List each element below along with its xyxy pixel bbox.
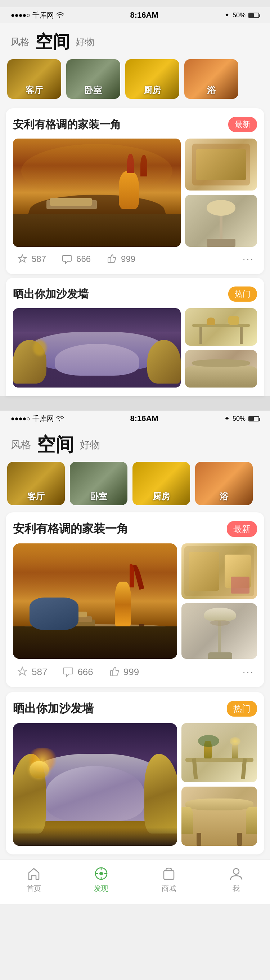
card-1-side-1-full[interactable] bbox=[182, 543, 257, 599]
thumb-action-full[interactable]: 999 bbox=[107, 665, 139, 678]
card-1-side-image-2[interactable] bbox=[185, 195, 257, 247]
card-2-side-image-2[interactable] bbox=[185, 350, 257, 388]
battery-percent: 50% bbox=[232, 11, 246, 19]
battery-icon-2 bbox=[248, 416, 259, 422]
category-card-living-2[interactable]: 客厅 bbox=[7, 462, 65, 505]
card-1-side-2-full[interactable] bbox=[182, 603, 257, 659]
shop-icon bbox=[161, 865, 177, 881]
svg-rect-6 bbox=[164, 871, 174, 879]
screen-divider bbox=[0, 396, 270, 410]
card-1-badge: 最新 bbox=[228, 117, 257, 132]
thumb-icon bbox=[105, 253, 118, 266]
comment-action[interactable]: 666 bbox=[60, 253, 91, 266]
goods-label: 好物 bbox=[76, 36, 94, 48]
content-card-2: 晒出你加沙发墙 热门 bbox=[6, 278, 264, 396]
category-card-partial[interactable]: 浴 bbox=[184, 59, 238, 99]
category-label-partial: 浴 bbox=[207, 84, 216, 96]
category-label-partial-2: 浴 bbox=[219, 491, 228, 502]
card-2-main-image[interactable] bbox=[13, 308, 181, 388]
battery-percent-2: 50% bbox=[232, 415, 246, 423]
card-1-images-full bbox=[13, 543, 257, 659]
card-1-images bbox=[13, 138, 257, 247]
thumb-count-full: 999 bbox=[123, 667, 139, 678]
card-2-images bbox=[13, 308, 257, 388]
card-1-main-image[interactable] bbox=[13, 138, 181, 247]
card-2-side-images-full bbox=[182, 723, 257, 846]
thumb-action[interactable]: 999 bbox=[105, 253, 135, 266]
card-2-header-full: 晒出你加沙发墙 热门 bbox=[13, 701, 257, 717]
category-label-bedroom: 卧室 bbox=[85, 84, 102, 96]
card-2-side-1-full[interactable] bbox=[182, 723, 257, 782]
nav-tab-shop[interactable]: 商城 bbox=[151, 865, 187, 893]
wifi-icon bbox=[56, 12, 64, 18]
comment-icon bbox=[60, 253, 73, 266]
style-label: 风格 bbox=[11, 36, 30, 48]
nav-discover-label: 发现 bbox=[94, 884, 108, 893]
category-card-bedroom-2[interactable]: 卧室 bbox=[70, 462, 128, 505]
like-count-full: 587 bbox=[32, 667, 47, 678]
status-right: ✦ 50% bbox=[224, 11, 259, 19]
card-2-title: 晒出你加沙发墙 bbox=[13, 287, 88, 302]
thumb-count: 999 bbox=[121, 254, 135, 264]
more-action[interactable]: ··· bbox=[243, 253, 254, 265]
content-card-1: 安利有格调的家装一角 最新 bbox=[6, 108, 264, 274]
header-nav-2: 风格 空间 好物 bbox=[0, 426, 270, 462]
nav-tab-profile[interactable]: 我 bbox=[218, 865, 254, 893]
category-scroll: 客厅 卧室 厨房 浴 bbox=[0, 59, 270, 105]
card-2-side-2-full[interactable] bbox=[182, 787, 257, 846]
bottom-nav: 首页 发现 bbox=[0, 859, 270, 904]
status-bar: ●●●●○ 千库网 8:16AM ✦ 50% bbox=[0, 7, 270, 23]
comment-action-full[interactable]: 666 bbox=[62, 665, 93, 678]
card-2-main-image-full[interactable] bbox=[13, 723, 177, 846]
carrier-label-2: 千库网 bbox=[32, 414, 54, 423]
card-1-side-images-full bbox=[182, 543, 257, 659]
time-display: 8:16AM bbox=[130, 11, 158, 20]
category-label-bedroom-2: 卧室 bbox=[90, 491, 107, 502]
card-2-badge: 热门 bbox=[228, 286, 257, 302]
content-card-1-full: 安利有格调的家装一角 最新 bbox=[6, 512, 264, 687]
category-label-living: 客厅 bbox=[25, 84, 43, 96]
card-2-badge-full: 热门 bbox=[227, 701, 257, 717]
main-title: 空间 bbox=[35, 30, 70, 53]
star-icon bbox=[16, 253, 29, 266]
nav-profile-label: 我 bbox=[232, 884, 240, 893]
category-label-living-2: 客厅 bbox=[27, 491, 45, 502]
nav-tab-discover[interactable]: 发现 bbox=[83, 865, 119, 893]
card-1-action-bar: 587 666 bbox=[13, 247, 257, 266]
card-2-header: 晒出你加沙发墙 热门 bbox=[13, 286, 257, 302]
bluetooth-icon: ✦ bbox=[224, 11, 230, 19]
nav-home-label: 首页 bbox=[27, 884, 41, 893]
card-1-side-image-1[interactable] bbox=[185, 138, 257, 191]
carrier-label: 千库网 bbox=[32, 11, 54, 20]
time-display-2: 8:16AM bbox=[130, 414, 158, 423]
content-card-2-full: 晒出你加沙发墙 热门 bbox=[6, 692, 264, 854]
nav-tab-home[interactable]: 首页 bbox=[16, 865, 52, 893]
category-label-kitchen-2: 厨房 bbox=[153, 491, 170, 502]
card-1-badge-full: 最新 bbox=[227, 521, 257, 537]
category-card-partial-2[interactable]: 浴 bbox=[195, 462, 253, 505]
style-label-2: 风格 bbox=[11, 438, 31, 452]
thumb-icon-full bbox=[107, 665, 121, 678]
card-1-side-images bbox=[185, 138, 257, 247]
category-card-kitchen-2[interactable]: 厨房 bbox=[133, 462, 190, 505]
status-left-2: ●●●●○ 千库网 bbox=[11, 414, 64, 423]
category-card-living[interactable]: 客厅 bbox=[7, 59, 61, 99]
star-icon-full bbox=[16, 665, 29, 678]
like-action[interactable]: 587 bbox=[16, 253, 46, 266]
category-card-bedroom[interactable]: 卧室 bbox=[66, 59, 120, 99]
more-action-full[interactable]: ··· bbox=[243, 666, 254, 678]
card-1-header-full: 安利有格调的家装一角 最新 bbox=[13, 521, 257, 537]
like-action-full[interactable]: 587 bbox=[16, 665, 47, 678]
wifi-icon-2 bbox=[56, 415, 64, 422]
card-1-main-image-full[interactable] bbox=[13, 543, 177, 659]
comment-count: 666 bbox=[76, 254, 91, 264]
card-2-side-image-1[interactable] bbox=[185, 308, 257, 346]
main-title-2: 空间 bbox=[37, 432, 74, 458]
category-card-kitchen[interactable]: 厨房 bbox=[125, 59, 179, 99]
status-bar-2: ●●●●○ 千库网 8:16AM ✦ 50% bbox=[0, 410, 270, 426]
nav-shop-label: 商城 bbox=[162, 884, 176, 893]
like-count: 587 bbox=[32, 254, 46, 264]
card-2-images-full bbox=[13, 723, 257, 846]
goods-label-2: 好物 bbox=[80, 438, 100, 452]
svg-point-7 bbox=[233, 869, 239, 874]
